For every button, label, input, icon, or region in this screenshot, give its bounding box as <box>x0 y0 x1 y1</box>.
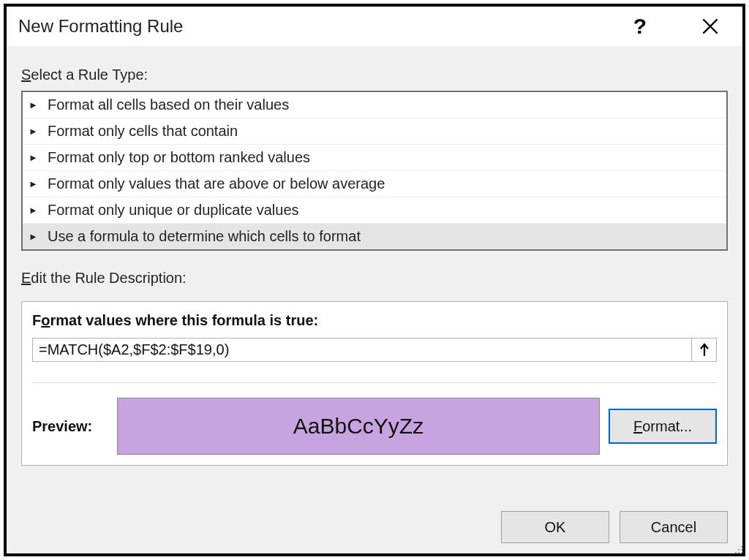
rule-type-item[interactable]: ►Format only values that are above or be… <box>23 171 726 197</box>
preview-row: Preview: AaBbCcYyZz Format... <box>32 398 717 455</box>
arrow-icon: ► <box>29 205 42 216</box>
format-button[interactable]: Format... <box>609 409 717 444</box>
formula-input[interactable] <box>32 338 692 362</box>
preview-box: AaBbCcYyZz <box>117 398 600 455</box>
formula-row <box>32 338 717 362</box>
titlebar: New Formatting Rule ? <box>7 7 742 46</box>
svg-point-5 <box>741 549 742 550</box>
close-icon <box>702 18 718 34</box>
arrow-icon: ► <box>29 152 42 163</box>
formula-heading: Format values where this formula is true… <box>32 312 717 329</box>
arrow-icon: ► <box>29 126 42 137</box>
rule-type-item[interactable]: ►Format only top or bottom ranked values <box>23 145 726 171</box>
rule-type-item[interactable]: ►Format only cells that contain <box>23 118 726 145</box>
rule-description-label: Edit the Rule Description: <box>21 270 728 287</box>
resize-grip-icon[interactable] <box>733 544 743 554</box>
ok-button[interactable]: OK <box>501 511 609 543</box>
svg-point-8 <box>741 552 742 553</box>
svg-point-4 <box>738 549 739 550</box>
arrow-icon: ► <box>29 178 42 189</box>
dialog-content: Select a Rule Type: ►Format all cells ba… <box>7 46 742 501</box>
preview-label: Preview: <box>32 418 108 435</box>
separator <box>32 382 717 383</box>
svg-point-3 <box>741 546 742 548</box>
dialog-title: New Formatting Rule <box>18 16 620 37</box>
arrow-icon: ► <box>29 99 42 110</box>
help-button[interactable]: ? <box>620 7 660 46</box>
collapse-dialog-button[interactable] <box>692 338 717 362</box>
rule-description-panel: Format values where this formula is true… <box>21 301 728 466</box>
svg-point-7 <box>738 552 739 553</box>
rule-type-item-selected[interactable]: ►Use a formula to determine which cells … <box>23 224 726 249</box>
svg-point-6 <box>735 552 737 553</box>
arrow-icon: ► <box>29 231 42 242</box>
close-button[interactable] <box>690 7 731 46</box>
dialog-button-row: OK Cancel <box>7 501 742 553</box>
rule-type-item[interactable]: ►Format only unique or duplicate values <box>23 197 726 224</box>
rule-type-list[interactable]: ►Format all cells based on their values … <box>21 91 728 251</box>
new-formatting-rule-dialog: New Formatting Rule ? Select a Rule Type… <box>4 4 745 556</box>
arrow-up-icon <box>697 343 712 357</box>
cancel-button[interactable]: Cancel <box>620 511 728 543</box>
rule-type-label: Select a Rule Type: <box>21 67 728 83</box>
rule-type-item[interactable]: ►Format all cells based on their values <box>23 92 726 118</box>
